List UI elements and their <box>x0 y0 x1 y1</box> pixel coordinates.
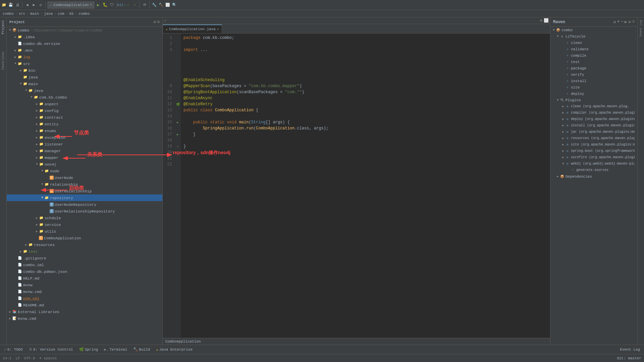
tree-item-contract[interactable]: ▶ 📁 contract <box>7 114 162 121</box>
maven-item-clean[interactable]: ⚡ clean <box>550 40 637 46</box>
tree-item-usernode[interactable]: C UserNode <box>7 174 162 181</box>
expand-icon[interactable]: ⬜ <box>544 18 549 23</box>
tree-item-pom[interactable]: 📄 pom.xml <box>7 295 162 302</box>
tree-item-src[interactable]: ▼ 📁 src <box>7 60 162 67</box>
maven-plugin-compiler[interactable]: ▶ ⚙ compiler (org.apache.maven.plugins:m… <box>550 110 637 116</box>
tree-item-main[interactable]: ▼ 📁 main <box>7 80 162 87</box>
bottom-tab-build[interactable]: 🔨 Build <box>130 346 153 353</box>
bottom-tab-event-log[interactable]: Event Log <box>618 346 643 353</box>
maven-icon-run[interactable]: ▶ <box>625 19 627 24</box>
maven-item-deploy[interactable]: ⚡ deploy <box>550 90 637 97</box>
tree-item-manager[interactable]: ▶ 📁 manager <box>7 147 162 154</box>
tree-item-combo-db[interactable]: 📄 combo-db.version <box>7 40 162 47</box>
left-icon-project[interactable]: Project <box>1 20 5 34</box>
tree-item-mapper[interactable]: ▶ 📁 mapper <box>7 154 162 161</box>
tree-item-java-main[interactable]: ▼ 📁 java <box>7 87 162 94</box>
maven-plugin-jar[interactable]: ▶ ⚙ jar (org.apache.maven.plugins:maven-… <box>550 129 637 135</box>
toolbar-icon-run[interactable]: ▶ <box>96 2 101 8</box>
tree-item-aspect[interactable]: ▶ 📁 aspect <box>7 101 162 107</box>
tree-item-help[interactable]: 📄 HELP.md <box>7 275 162 282</box>
editor-tab-comboapplication[interactable]: ☕ ComboApplication.java ✕ <box>163 24 222 33</box>
breadcrumb-com[interactable]: com <box>58 12 64 16</box>
maven-item-verify[interactable]: ⚡ verify <box>550 71 637 78</box>
maven-item-test[interactable]: ⚡ test <box>550 59 637 65</box>
bottom-tab-spring[interactable]: 🌿 Spring <box>76 346 101 353</box>
maven-item-site[interactable]: ⚡ site <box>550 84 637 90</box>
maven-item-package[interactable]: ⚡ package <box>550 65 637 71</box>
tree-item-enums[interactable]: ▶ 📁 enums <box>7 127 162 134</box>
maven-item-dependencies[interactable]: ▶ 📦 Dependencies <box>550 173 637 180</box>
code-content[interactable]: package com.kb.combo; import ... @Enable… <box>181 34 550 338</box>
maven-item-install[interactable]: ⚡ install <box>550 78 637 84</box>
maven-plugin-spring-boot[interactable]: ▶ ⚙ spring-boot (org.springframework.boo… <box>550 148 637 154</box>
tree-item-readme[interactable]: 📄 README.md <box>7 302 162 308</box>
tree-item-listener[interactable]: ▶ 📁 listener <box>7 141 162 147</box>
toolbar-icon-history[interactable]: ⟳ <box>142 2 147 8</box>
breadcrumb-combo[interactable]: combo <box>3 12 14 16</box>
run-config-selector[interactable]: ☕ ComboApplication ▼ <box>48 2 94 8</box>
toolbar-icon-coverage[interactable]: 🛡 <box>109 2 114 8</box>
maven-plugin-install[interactable]: ▶ ⚙ install (org.apache.maven.plugins:ma… <box>550 122 637 129</box>
toolbar-icon-refresh[interactable]: ↺ <box>38 2 43 8</box>
tree-item-com[interactable]: ▼ 📁 com.kb.combo <box>7 94 162 101</box>
toolbar-icon-back[interactable]: ◀ <box>24 2 30 8</box>
left-icon-favorites[interactable]: Favorites <box>1 52 5 70</box>
breadcrumb-combo2[interactable]: combo <box>78 12 90 16</box>
toolbar-icon-check[interactable]: ✓ <box>125 2 131 8</box>
maven-icon-filter[interactable]: ≡ <box>632 19 635 24</box>
tree-item-combo-db-json[interactable]: 📄 combo-db.pdman.json <box>7 268 162 275</box>
bottom-tab-java-enterprise[interactable]: ☕ Java Enterprise <box>153 346 195 353</box>
tree-item-relationship[interactable]: ▼ 📁 relationship <box>7 181 162 188</box>
breadcrumb-src[interactable]: src <box>19 12 25 16</box>
tree-item-schdule[interactable]: ▶ 📁 schdule <box>7 215 162 221</box>
maven-plugin-surefire[interactable]: ▶ ⚙ surefire (org.apache.maven.plugins:m… <box>550 154 637 161</box>
maven-icon-add[interactable]: + <box>617 19 620 24</box>
tree-item-bin[interactable]: ▶ 📁 bin <box>7 67 162 74</box>
tree-item-resources[interactable]: ▶ 📁 resources <box>7 241 162 248</box>
toolbar-icon-build2[interactable]: 🔨 <box>158 2 164 8</box>
tree-item-scratches[interactable]: ▶ 📝 mvnw.cmd <box>7 315 162 322</box>
settings-icon[interactable]: ⚙ <box>540 18 542 23</box>
tree-item-test[interactable]: ▶ 📁 test <box>7 248 162 255</box>
toolbar-icon-search[interactable]: 🔍 <box>172 2 177 8</box>
tree-item-gitignore[interactable]: 📄 .gitignore <box>7 255 162 261</box>
maven-item-lifecycle[interactable]: ▼ ⚙ Lifecycle <box>550 33 637 40</box>
maven-icon-settings[interactable]: ⚙ <box>629 19 631 24</box>
gutter-run-icon[interactable]: ▶ <box>175 119 181 125</box>
toolbar-icon-frame[interactable]: ⬜ <box>165 2 170 8</box>
tree-item-external-libs[interactable]: ▶ 📚 External Libraries <box>7 308 162 315</box>
editor-content[interactable]: 1 2 3 9 10 11 12 13 14 15 16 1 <box>163 34 550 338</box>
tree-item-java-src[interactable]: 📁 java <box>7 74 162 80</box>
tree-item-combo-root[interactable]: ▼ 📦 combo ~/Documents/ideaworkspace/comb… <box>7 27 162 34</box>
tree-item-userrelationshiprepository[interactable]: I UserRelationshipRepository <box>7 208 162 215</box>
tree-item-combo-iml[interactable]: 📄 combo.iml <box>7 261 162 268</box>
maven-plugin-clean[interactable]: ▶ ⚙ clean (org.apache.maven.plugins:mave… <box>550 103 637 110</box>
maven-plugin-deploy[interactable]: ▶ ⚙ deploy (org.apache.maven.plugins:mav… <box>550 116 637 122</box>
breadcrumb-main[interactable]: main <box>30 12 39 16</box>
tree-item-log[interactable]: ▶ 📁 log <box>7 54 162 60</box>
right-icon-event-log[interactable]: Event Log <box>639 20 643 37</box>
maven-item-compile[interactable]: ⚡ compile <box>550 52 637 59</box>
tree-item-usernoderepository[interactable]: I UserNodeRepository <box>7 201 162 208</box>
gutter-run-icon-2[interactable]: ▶ <box>175 131 181 137</box>
tree-item-node[interactable]: ▼ 📁 node <box>7 168 162 174</box>
tree-item-idea[interactable]: ▶ 📁 .idea <box>7 34 162 40</box>
toolbar-icon-save[interactable]: 💾 <box>8 2 13 8</box>
tree-item-userrelationship[interactable]: C UserRelationship <box>7 188 162 194</box>
maven-item-plugins[interactable]: ▼ 🔌 Plugins <box>550 97 637 103</box>
toolbar-icon-folder[interactable]: 📁 <box>1 2 7 8</box>
bottom-tab-todo[interactable]: ✓ 6: TODO <box>1 346 25 353</box>
tree-item-mvnw[interactable]: 📄 mvnw <box>7 282 162 288</box>
panel-icon-collapse[interactable]: ⊟ <box>157 19 160 24</box>
bottom-tab-vcs[interactable]: ⑨ 9: Version Control <box>26 346 76 353</box>
toolbar-icon-forward[interactable]: ▶ <box>31 2 37 8</box>
tree-item-exception[interactable]: ▶ 📁 exception <box>7 134 162 141</box>
tree-item-repository[interactable]: ▼ 📁 repository <box>7 194 162 201</box>
maven-plugin-generate-sources[interactable]: ⚡ generate-sources <box>550 167 637 173</box>
toolbar-icon-wrench[interactable]: 🔧 <box>152 2 157 8</box>
breadcrumb-kb[interactable]: kb <box>69 12 74 16</box>
toolbar-icon-print[interactable]: 🖨 <box>15 2 20 8</box>
maven-tree[interactable]: ▼ 📦 combo ▼ ⚙ Lifecycle ⚡ clean <box>550 27 637 345</box>
maven-plugin-resources[interactable]: ▶ ⚙ resources (org.apache.maven.plugins:… <box>550 135 637 141</box>
maven-item-combo[interactable]: ▼ 📦 combo <box>550 27 637 33</box>
